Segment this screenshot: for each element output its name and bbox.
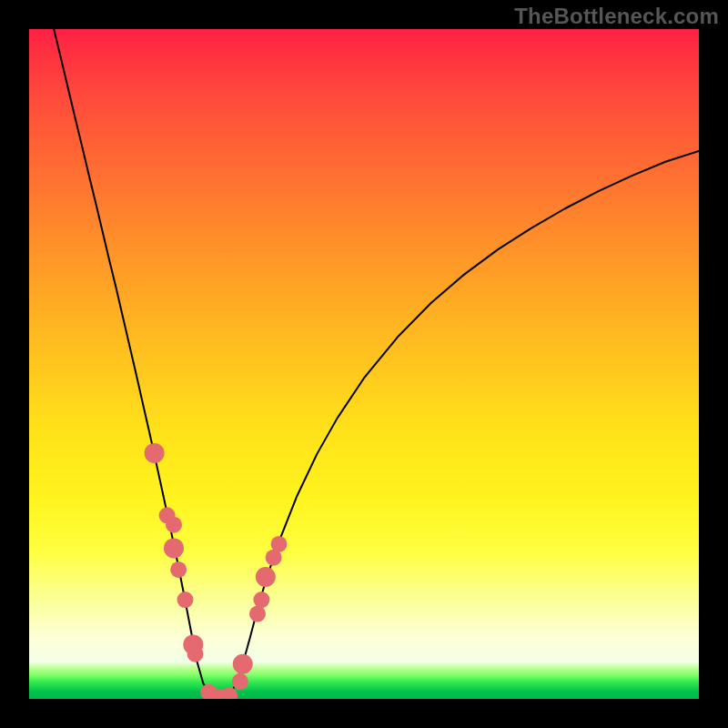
- marker-dot: [232, 673, 248, 690]
- marker-dot: [249, 606, 266, 622]
- marker-dot: [256, 567, 276, 587]
- bottleneck-plot: [0, 0, 728, 728]
- marker-dot: [187, 646, 204, 662]
- marker-dot: [177, 592, 193, 608]
- chart-stage: TheBottleneck.com: [0, 0, 728, 728]
- gradient-panel: [29, 29, 699, 699]
- marker-dot: [164, 538, 184, 558]
- marker-dot: [145, 443, 165, 463]
- marker-dot: [170, 561, 187, 578]
- marker-dot: [253, 592, 269, 608]
- watermark-text: TheBottleneck.com: [514, 4, 719, 29]
- marker-dot: [271, 536, 288, 552]
- marker-dot: [166, 517, 182, 533]
- marker-dot: [233, 654, 253, 674]
